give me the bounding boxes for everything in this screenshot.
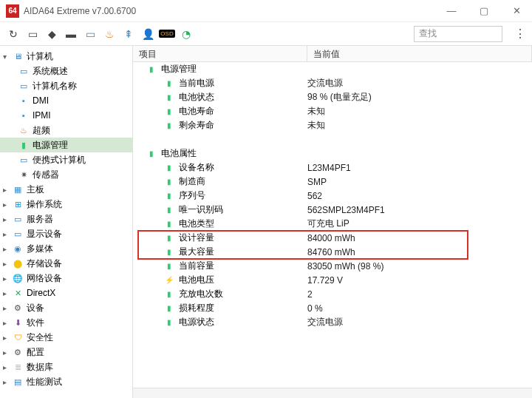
col-value[interactable]: 当前值	[307, 46, 532, 61]
window-title: AIDA64 Extreme v7.00.6700	[24, 6, 442, 16]
tree-child-2[interactable]: ▪DMI	[0, 93, 132, 108]
col-item[interactable]: 项目	[133, 46, 307, 61]
tree-label: 设备	[27, 302, 44, 314]
node-icon: ⊞	[12, 199, 24, 209]
tree-node-10[interactable]: ▸🛡安全性	[0, 330, 132, 345]
refresh-icon[interactable]: ↻	[6, 27, 21, 41]
tree-node-4[interactable]: ▸◉多媒体	[0, 241, 132, 256]
property-key: 剩余寿命	[179, 119, 214, 132]
property-value: 未知	[307, 119, 532, 132]
tree-node-1[interactable]: ▸⊞操作系统	[0, 197, 132, 212]
property-row[interactable]: ⚡电池电压17.729 V	[133, 273, 532, 287]
property-row[interactable]: ▮当前电源交流电源	[133, 76, 532, 90]
tree-node-11[interactable]: ▸⚙配置	[0, 345, 132, 360]
property-value: SMP	[307, 177, 532, 187]
property-row[interactable]: ▮剩余寿命未知	[133, 118, 532, 132]
tree-node-5[interactable]: ▸⬤存储设备	[0, 256, 132, 271]
node-icon: ▮	[18, 140, 30, 150]
property-row[interactable]: ▮充放电次数2	[133, 287, 532, 301]
property-key: 当前电源	[179, 77, 214, 90]
tree-child-4[interactable]: ♨超频	[0, 123, 132, 138]
disk-icon[interactable]: ◆	[44, 27, 59, 41]
property-row[interactable]: ▮设备名称L23M4PF1	[133, 161, 532, 175]
tree-node-13[interactable]: ▸▤性能测试	[0, 374, 132, 389]
property-row[interactable]: ▮唯一识别码562SMPL23M4PF1	[133, 203, 532, 217]
caret-right-icon: ▸	[3, 200, 12, 209]
node-icon: ▤	[12, 377, 24, 387]
caret-right-icon: ▸	[3, 230, 12, 238]
tree-node-3[interactable]: ▸▭显示设备	[0, 226, 132, 241]
property-row[interactable]: ▮设计容量84000 mWh	[133, 231, 532, 245]
node-icon: ⬤	[12, 258, 24, 269]
node-icon: ▦	[12, 184, 24, 195]
sidebar-tree[interactable]: ▾ 🖥 计算机 ▭系统概述▭计算机名称▪DMI▪IPMI♨超频▮电源管理▭便携式…	[0, 46, 133, 398]
tree-child-1[interactable]: ▭计算机名称	[0, 78, 132, 93]
property-key: 电池电压	[179, 274, 214, 286]
report-icon[interactable]: ▭	[25, 27, 40, 41]
tree-node-2[interactable]: ▸▭服务器	[0, 212, 132, 226]
node-icon: ▭	[18, 66, 30, 76]
property-row[interactable]: ▮制造商SMP	[133, 175, 532, 189]
minimize-button[interactable]: —	[442, 5, 461, 16]
property-row[interactable]: ▮电池寿命未知	[133, 104, 532, 118]
node-icon: ≣	[12, 362, 24, 372]
tree-child-3[interactable]: ▪IPMI	[0, 108, 132, 123]
tree-label: 性能测试	[27, 376, 62, 388]
tree-node-6[interactable]: ▸🌐网络设备	[0, 271, 132, 286]
property-key: 电池状态	[179, 91, 214, 104]
caret-right-icon: ▸	[3, 304, 12, 312]
property-row[interactable]: ▮损耗程度0 %	[133, 301, 532, 315]
property-value: 2	[307, 289, 532, 300]
node-icon: ▪	[18, 95, 30, 106]
tree-child-6[interactable]: ▭便携式计算机	[0, 152, 132, 167]
property-row[interactable]: ▮电池状态98 % (电量充足)	[133, 90, 532, 104]
property-value: 17.729 V	[307, 275, 532, 286]
horizontal-scrollbar[interactable]	[133, 388, 532, 398]
row-icon: ▮	[164, 178, 174, 186]
property-key: 最大容量	[179, 246, 214, 258]
property-value: 未知	[307, 105, 532, 118]
tree-label: DirectX	[27, 288, 55, 298]
property-row[interactable]: ▮电源状态交流电源	[133, 315, 532, 329]
caret-right-icon: ▸	[3, 319, 12, 327]
tree-node-12[interactable]: ▸≣数据库	[0, 360, 132, 374]
tree-child-0[interactable]: ▭系统概述	[0, 64, 132, 78]
tree-node-0[interactable]: ▸▦主板	[0, 182, 132, 197]
property-key: 唯一识别码	[179, 203, 223, 216]
search-input[interactable]: 查找	[414, 26, 502, 42]
tree-label: 操作系统	[27, 198, 62, 211]
node-icon: 🛡	[12, 332, 24, 343]
tree-node-8[interactable]: ▸⚙设备	[0, 300, 132, 315]
tree-node-7[interactable]: ▸✕DirectX	[0, 286, 132, 300]
tree-child-7[interactable]: ✷传感器	[0, 167, 132, 182]
property-row[interactable]: ▮当前容量83050 mWh (98 %)	[133, 259, 532, 273]
property-list[interactable]: ▮电源管理▮当前电源交流电源▮电池状态98 % (电量充足)▮电池寿命未知▮剩余…	[133, 62, 532, 388]
property-row[interactable]: ▮电池类型可充电 LiP	[133, 217, 532, 231]
property-key: 电池寿命	[179, 105, 214, 118]
tree-node-9[interactable]: ▸⬇软件	[0, 315, 132, 330]
tree-computer[interactable]: ▾ 🖥 计算机	[0, 49, 132, 64]
flame-icon[interactable]: ♨	[102, 27, 117, 41]
caret-right-icon: ▸	[3, 363, 12, 371]
property-key: 设备名称	[179, 161, 214, 174]
caret-right-icon: ▸	[3, 289, 12, 297]
monitor-icon[interactable]: ▭	[83, 27, 98, 41]
tree-child-5[interactable]: ▮电源管理	[0, 138, 132, 152]
node-icon: ◉	[12, 243, 24, 254]
user-icon[interactable]: 👤	[140, 27, 155, 41]
more-menu-icon[interactable]: ⋮	[514, 27, 526, 41]
caret-down-icon: ▾	[3, 53, 12, 61]
property-row[interactable]: ▮最大容量84760 mWh	[133, 245, 532, 259]
node-icon: ▪	[18, 110, 30, 121]
maximize-button[interactable]: ▢	[474, 5, 494, 16]
property-value: 562SMPL23M4PF1	[307, 205, 532, 215]
sensor-icon[interactable]: ◔	[179, 27, 194, 41]
benchmark-icon[interactable]: ⇞	[121, 27, 136, 41]
ram-icon[interactable]: ▬	[64, 27, 78, 41]
property-row[interactable]: ▮序列号562	[133, 189, 532, 203]
osd-icon[interactable]: OSD	[160, 27, 174, 41]
node-icon: ⚙	[12, 303, 24, 313]
caret-right-icon: ▸	[3, 348, 12, 357]
caret-right-icon: ▸	[3, 378, 12, 386]
close-button[interactable]: ✕	[507, 5, 526, 16]
